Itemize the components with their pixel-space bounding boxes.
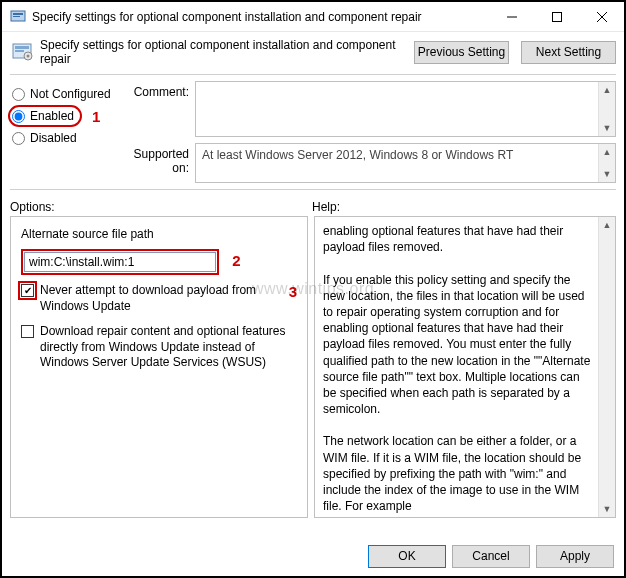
never-download-wu-checkbox[interactable]: ✔ Never attempt to download payload from… [21, 283, 297, 314]
help-paragraph: enabling optional features that have had… [323, 223, 593, 255]
radio-disabled-input[interactable] [12, 132, 25, 145]
comment-label: Comment: [119, 81, 189, 137]
header-row: Specify settings for optional component … [2, 32, 624, 72]
divider [10, 189, 616, 190]
maximize-button[interactable] [534, 2, 579, 32]
scrollbar[interactable]: ▲ ▼ [598, 144, 615, 182]
alt-source-path-input[interactable] [24, 252, 216, 272]
radio-enabled-label: Enabled [30, 109, 74, 123]
svg-rect-9 [15, 50, 24, 52]
options-panel: Alternate source file path 2 ✔ Never att… [10, 216, 308, 518]
checkbox-icon[interactable] [21, 325, 34, 338]
titlebar: Specify settings for optional component … [2, 2, 624, 32]
close-button[interactable] [579, 2, 624, 32]
apply-button[interactable]: Apply [536, 545, 614, 568]
scroll-up-icon[interactable]: ▲ [599, 82, 615, 98]
alt-source-path-label: Alternate source file path [21, 227, 297, 241]
scroll-down-icon[interactable]: ▼ [599, 120, 615, 136]
annotation-marker-3: 3 [289, 283, 297, 314]
scroll-down-icon[interactable]: ▼ [599, 166, 615, 182]
annotation-marker-2: 2 [232, 252, 240, 269]
comment-textarea[interactable]: ▲ ▼ [195, 81, 616, 137]
direct-wu-checkbox[interactable]: Download repair content and optional fea… [21, 324, 297, 371]
help-paragraph: The network location can be either a fol… [323, 433, 593, 518]
next-setting-button[interactable]: Next Setting [521, 41, 616, 64]
ok-button[interactable]: OK [368, 545, 446, 568]
scrollbar[interactable]: ▲ ▼ [598, 217, 615, 517]
scroll-up-icon[interactable]: ▲ [599, 217, 615, 233]
dialog-buttons: OK Cancel Apply [368, 545, 614, 568]
comment-row: Comment: ▲ ▼ [119, 81, 616, 137]
scrollbar[interactable]: ▲ ▼ [598, 82, 615, 136]
direct-wu-label: Download repair content and optional fea… [40, 324, 297, 371]
window-title: Specify settings for optional component … [32, 10, 489, 24]
radio-not-configured[interactable]: Not Configured [10, 83, 115, 105]
scroll-down-icon[interactable]: ▼ [599, 501, 615, 517]
scroll-up-icon[interactable]: ▲ [599, 144, 615, 160]
radio-enabled[interactable]: Enabled [8, 105, 82, 127]
radio-not-configured-input[interactable] [12, 88, 25, 101]
config-area: Not Configured Enabled 1 Disabled Commen… [2, 81, 624, 187]
supported-label: Supported on: [119, 143, 189, 183]
radio-disabled-label: Disabled [30, 131, 77, 145]
gpedit-icon [10, 9, 26, 25]
radio-not-configured-label: Not Configured [30, 87, 111, 101]
radio-enabled-input[interactable] [12, 110, 25, 123]
policy-title: Specify settings for optional component … [40, 38, 402, 66]
help-panel: enabling optional features that have had… [314, 216, 616, 518]
divider [10, 74, 616, 75]
svg-rect-4 [552, 12, 561, 21]
svg-rect-1 [13, 13, 23, 15]
window-controls [489, 2, 624, 32]
help-paragraph: If you enable this policy setting and sp… [323, 272, 593, 418]
svg-rect-2 [13, 16, 20, 17]
panels: Alternate source file path 2 ✔ Never att… [2, 216, 624, 518]
help-label: Help: [312, 200, 340, 214]
alt-source-path-highlight [21, 249, 219, 275]
supported-on-value: At least Windows Server 2012, Windows 8 … [202, 148, 513, 162]
previous-setting-button[interactable]: Previous Setting [414, 41, 509, 64]
supported-on-text: At least Windows Server 2012, Windows 8 … [195, 143, 616, 183]
annotation-marker-1: 1 [92, 108, 100, 125]
cancel-button[interactable]: Cancel [452, 545, 530, 568]
never-download-wu-label: Never attempt to download payload from W… [40, 283, 279, 314]
state-radios: Not Configured Enabled 1 Disabled [10, 81, 115, 183]
policy-icon [10, 40, 34, 64]
options-label: Options: [10, 200, 312, 214]
supported-row: Supported on: At least Windows Server 20… [119, 143, 616, 183]
checkbox-icon[interactable]: ✔ [21, 284, 34, 297]
svg-point-11 [27, 55, 30, 58]
radio-disabled[interactable]: Disabled [10, 127, 115, 149]
svg-rect-8 [15, 46, 29, 49]
minimize-button[interactable] [489, 2, 534, 32]
panel-labels: Options: Help: [2, 196, 624, 216]
